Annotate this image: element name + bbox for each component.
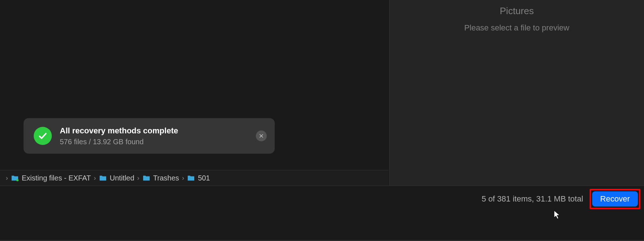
breadcrumb: › Existing files - EXFAT › Untitled › Tr… <box>0 170 389 186</box>
chevron-right-icon: › <box>137 174 140 182</box>
breadcrumb-item-untitled[interactable]: Untitled <box>99 174 134 182</box>
folder-icon <box>99 175 107 181</box>
checkmark-icon <box>34 127 52 145</box>
breadcrumb-item-trashes[interactable]: Trashes <box>142 174 179 182</box>
folder-icon <box>187 175 195 181</box>
toast-title: All recovery methods complete <box>60 126 256 136</box>
bottom-status-bar: 5 of 381 items, 31.1 MB total Recover <box>0 186 644 212</box>
selection-status: 5 of 381 items, 31.1 MB total <box>482 194 583 204</box>
breadcrumb-label: Trashes <box>153 174 179 182</box>
toast-subtitle: 576 files / 13.92 GB found <box>60 138 256 146</box>
breadcrumb-label: Existing files - EXFAT <box>22 174 91 182</box>
close-button[interactable] <box>256 130 267 141</box>
close-icon <box>259 133 264 138</box>
completion-toast: All recovery methods complete 576 files … <box>24 118 275 154</box>
folder-icon <box>11 175 19 181</box>
chevron-right-icon: › <box>6 174 8 182</box>
recover-button-highlight: Recover <box>590 189 640 209</box>
recover-button[interactable]: Recover <box>592 191 638 207</box>
preview-panel: Pictures Please select a file to preview <box>389 0 644 186</box>
folder-icon <box>142 175 150 181</box>
preview-title: Pictures <box>500 5 534 17</box>
chevron-right-icon: › <box>182 174 184 182</box>
preview-empty-message: Please select a file to preview <box>464 23 569 33</box>
chevron-right-icon: › <box>94 174 96 182</box>
breadcrumb-item-501[interactable]: 501 <box>187 174 210 182</box>
breadcrumb-label: 501 <box>198 174 210 182</box>
toast-content: All recovery methods complete 576 files … <box>60 126 256 146</box>
breadcrumb-label: Untitled <box>110 174 134 182</box>
breadcrumb-item-existing-files[interactable]: Existing files - EXFAT <box>11 174 91 182</box>
